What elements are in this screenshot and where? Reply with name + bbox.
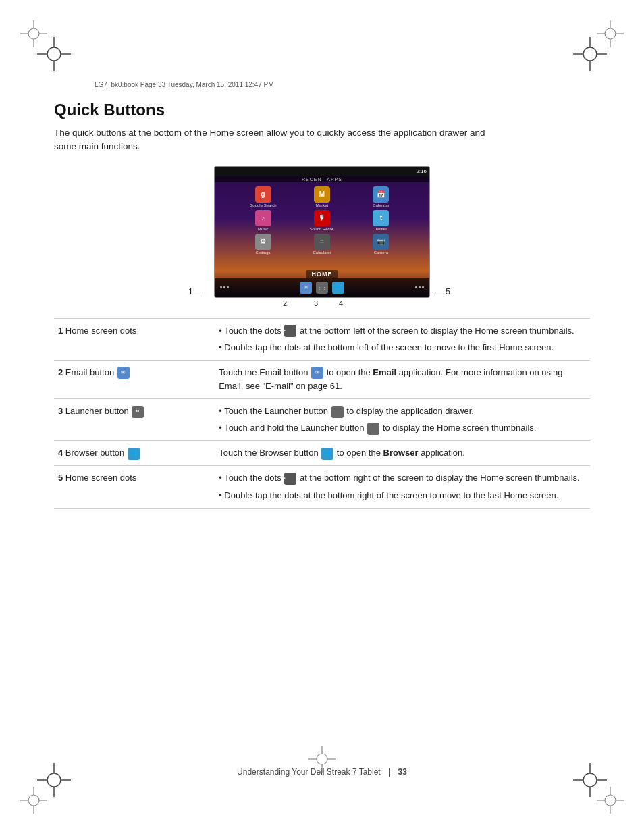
description-bullet: Touch the dots ▪▪▪ at the bottom left of…: [219, 324, 586, 338]
home-label: HOME: [306, 270, 338, 278]
page-title: Quick Buttons: [54, 101, 590, 120]
list-item: M Market: [294, 186, 350, 207]
app-icon-camera: 📷: [373, 234, 389, 250]
app-icon-settings: ⚙: [255, 234, 271, 250]
item-number: 4: [58, 448, 63, 458]
app-icon-sound: 🎙: [314, 210, 330, 226]
svg-point-40: [317, 754, 327, 764]
browser-icon-inline: 🌐: [128, 448, 140, 460]
app-icon-search: g: [255, 186, 271, 203]
table-row: 5 Home screen dots Touch the dots ▪▪▪ at…: [54, 466, 590, 508]
description-bullet: Touch the Launcher button ⠿ to display t…: [219, 405, 586, 418]
svg-point-25: [583, 47, 597, 61]
app-label: Twitter: [375, 227, 387, 231]
table-row: 3 Launcher button ⠿ Touch the Launcher b…: [54, 399, 590, 441]
dot: [223, 286, 225, 288]
description-text: Touch the Browser button 🌐 to open the B…: [219, 446, 586, 460]
dots-icon-inline: ▪▪▪: [284, 325, 296, 337]
launcher-icon-inline: ⠿: [331, 406, 344, 418]
app-grid: g Google Search M Market 📅 Calendar ♪: [215, 184, 429, 257]
launcher-button-icon: ⋮⋮: [316, 282, 328, 294]
app-label: Market: [316, 203, 328, 207]
footer-separator: |: [388, 767, 390, 777]
row-number-cell: 4 Browser button 🌐: [54, 441, 215, 466]
dot: [422, 286, 424, 288]
item-number: 1: [58, 325, 63, 336]
device-screenshot: 2:16 RECENT APPS g Google Search M Marke…: [214, 166, 430, 298]
diagram-num-5: — 5: [435, 287, 450, 296]
row-number-cell: 1 Home screen dots: [54, 318, 215, 360]
app-label: Music: [258, 227, 269, 231]
description-bullet: Touch the dots ▪▪▪ at the bottom right o…: [219, 471, 586, 485]
dot: [227, 286, 229, 288]
app-icon-market: M: [314, 186, 330, 203]
info-table: 1 Home screen dots Touch the dots ▪▪▪ at…: [54, 318, 590, 509]
svg-point-20: [47, 47, 61, 61]
app-label: Google Search: [250, 203, 277, 207]
row-desc-cell: Touch the dots ▪▪▪ at the bottom right o…: [215, 466, 590, 508]
row-number-cell: 3 Launcher button ⠿: [54, 399, 215, 441]
list-item: 📅 Calendar: [353, 186, 409, 207]
dot: [415, 286, 417, 288]
file-info: LG7_bk0.book Page 33 Tuesday, March 15, …: [95, 81, 590, 88]
screenshot-container: 1— — 5 2:16 RECENT APPS g Google Search: [54, 166, 590, 311]
list-item: 🎙 Sound Recor.: [294, 210, 350, 231]
browser-button-icon: 🌐: [332, 282, 344, 294]
dot: [220, 286, 222, 288]
inner-crosshair-tl: [37, 37, 71, 71]
table-row: 4 Browser button 🌐 Touch the Browser but…: [54, 441, 590, 466]
item-number: 2: [58, 367, 63, 377]
app-label: Camera: [374, 251, 388, 255]
list-item: g Google Search: [235, 186, 291, 207]
intro-text: The quick buttons at the bottom of the H…: [54, 126, 486, 154]
browser-icon-inline: 🌐: [321, 448, 333, 460]
app-icon-calendar: 📅: [373, 186, 389, 203]
description-bullet: Touch and hold the Launcher button ⠿ to …: [219, 421, 586, 435]
status-bar: 2:16: [215, 167, 429, 176]
table-row: 2 Email button ✉ Touch the Email button …: [54, 360, 590, 398]
app-label: Calendar: [373, 203, 389, 207]
item-number: 5: [58, 473, 63, 483]
list-item: t Twitter: [353, 210, 409, 231]
bold-word: Browser: [383, 448, 419, 458]
row-number-cell: 2 Email button ✉: [54, 360, 215, 398]
app-label: Settings: [256, 251, 271, 255]
row-desc-cell: Touch the dots ▪▪▪ at the bottom left of…: [215, 318, 590, 360]
launcher-icon-inline: ⠿: [367, 423, 379, 435]
dots-icon-inline: ▪▪▪: [284, 473, 296, 485]
app-icon-music: ♪: [255, 210, 271, 226]
description-bullet: Double-tap the dots at the bottom right …: [219, 489, 586, 502]
bold-word: Email: [373, 367, 396, 377]
inner-crosshair-tr: [573, 37, 607, 71]
list-item: 📷 Camera: [353, 234, 409, 255]
app-icon-twitter: t: [373, 210, 389, 226]
left-dots: [220, 286, 229, 288]
dot: [419, 286, 421, 288]
row-desc-cell: Touch the Browser button 🌐 to open the B…: [215, 441, 590, 466]
description-text: Touch the Email button ✉ to open the Ema…: [219, 366, 586, 393]
row-number-cell: 5 Home screen dots: [54, 466, 215, 508]
diagram-num-4: 4: [339, 299, 343, 307]
bottom-center-crosshair: [308, 746, 336, 775]
list-item: ⚙ Settings: [235, 234, 291, 255]
bottom-bar: ✉ ⋮⋮ 🌐: [215, 278, 429, 297]
diagram-num-3: 3: [314, 299, 318, 307]
app-label: Calculator: [313, 251, 331, 255]
email-icon-inline: ✉: [311, 367, 323, 379]
row-desc-cell: Touch the Email button ✉ to open the Ema…: [215, 360, 590, 398]
recent-apps-header: RECENT APPS: [215, 176, 429, 182]
list-item: = Calculator: [294, 234, 350, 255]
app-label: Sound Recor.: [310, 227, 334, 231]
bottom-quick-buttons: ✉ ⋮⋮ 🌐: [300, 282, 344, 294]
right-dots: [415, 286, 424, 288]
page-number: 33: [398, 767, 407, 777]
description-bullet: Double-tap the dots at the bottom left o…: [219, 341, 586, 355]
status-time: 2:16: [416, 168, 427, 174]
email-icon-inline: ✉: [117, 367, 130, 379]
launcher-icon-inline: ⠿: [132, 406, 144, 418]
diagram-num-2: 2: [283, 299, 287, 307]
row-desc-cell: Touch the Launcher button ⠿ to display t…: [215, 399, 590, 441]
app-icon-calc: =: [314, 234, 330, 250]
diagram-num-1: 1—: [188, 287, 201, 296]
list-item: ♪ Music: [235, 210, 291, 231]
